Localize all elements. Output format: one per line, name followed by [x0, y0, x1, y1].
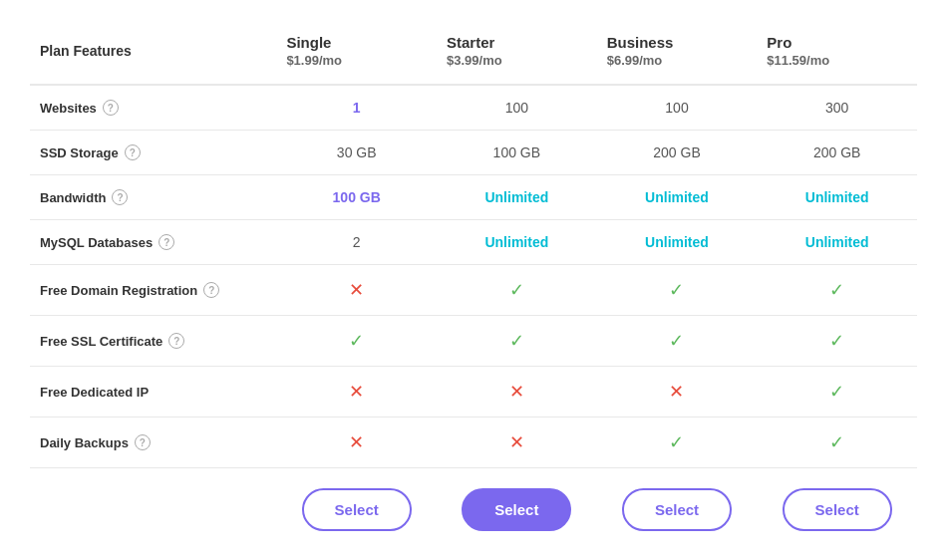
cross-icon: ✕ [286, 431, 427, 453]
feature-value: 2 [286, 234, 427, 250]
feature-label-cell: Bandwidth? [30, 175, 276, 220]
feature-value-cell: Unlimited [757, 175, 917, 220]
feature-value: 200 GB [607, 144, 748, 160]
feature-value-cell: ✕ [437, 418, 597, 468]
feature-label: Bandwidth? [40, 189, 266, 205]
feature-value-cell: Unlimited [437, 175, 597, 220]
feature-value-cell: 300 [757, 85, 917, 131]
select-button-cell: Select [276, 468, 437, 552]
feature-label-cell: Free Domain Registration? [30, 265, 276, 316]
feature-row: Free SSL Certificate?✓✓✓✓ [30, 316, 917, 367]
feature-label: Free Dedicated IP [40, 385, 266, 400]
feature-label-cell: Free SSL Certificate? [30, 316, 276, 367]
feature-value-cell: 100 [437, 85, 597, 131]
feature-label: Free Domain Registration? [40, 282, 266, 298]
feature-value-cell: 2 [276, 220, 437, 265]
check-icon: ✓ [607, 431, 748, 453]
feature-value-cell: ✕ [597, 367, 758, 418]
feature-row: Daily Backups?✕✕✓✓ [30, 418, 917, 468]
help-icon[interactable]: ? [168, 333, 184, 349]
feature-value: Unlimited [447, 189, 587, 205]
help-icon[interactable]: ? [125, 144, 141, 160]
select-button[interactable]: Select [622, 488, 732, 531]
help-icon[interactable]: ? [158, 234, 174, 250]
feature-value: 200 GB [767, 144, 907, 160]
feature-value-cell: Unlimited [597, 220, 758, 265]
feature-value: 100 [447, 100, 587, 116]
feature-label: SSD Storage? [40, 144, 266, 160]
feature-row: Websites?1100100300 [30, 85, 917, 131]
check-icon: ✓ [767, 431, 907, 453]
plan-business-header: Business $6.99/mo [597, 20, 758, 85]
feature-row: Bandwidth?100 GBUnlimitedUnlimitedUnlimi… [30, 175, 917, 220]
cross-icon: ✕ [447, 381, 587, 403]
feature-value-cell: Unlimited [597, 175, 758, 220]
select-button[interactable]: Select [302, 488, 412, 531]
feature-value: Unlimited [767, 189, 907, 205]
feature-value: 100 GB [447, 144, 587, 160]
help-icon[interactable]: ? [203, 282, 219, 298]
feature-value-cell: 100 GB [437, 131, 597, 175]
empty-cell [30, 468, 276, 552]
feature-value-cell: Unlimited [757, 220, 917, 265]
plan-single-header: Single $1.99/mo [276, 20, 437, 85]
feature-value: Unlimited [607, 189, 748, 205]
feature-value: 30 GB [286, 144, 427, 160]
check-icon: ✓ [607, 279, 748, 301]
plan-starter-header: Starter $3.99/mo [437, 20, 597, 85]
feature-value: 100 [607, 100, 748, 116]
plan-pro-header: Pro $11.59/mo [757, 20, 917, 85]
feature-value-cell: ✓ [757, 265, 917, 316]
feature-value: Unlimited [447, 234, 587, 250]
feature-value-cell: ✓ [757, 367, 917, 418]
feature-value-cell: ✓ [597, 418, 758, 468]
feature-label-cell: MySQL Databases? [30, 220, 276, 265]
select-button[interactable]: Select [462, 488, 571, 531]
cross-icon: ✕ [447, 431, 587, 453]
select-button[interactable]: Select [783, 488, 892, 531]
help-icon[interactable]: ? [112, 189, 128, 205]
feature-value: Unlimited [767, 234, 907, 250]
feature-row: SSD Storage?30 GB100 GB200 GB200 GB [30, 131, 917, 175]
cross-icon: ✕ [286, 279, 427, 301]
feature-value-cell: 100 [597, 85, 758, 131]
feature-value: 300 [767, 100, 907, 116]
help-icon[interactable]: ? [103, 100, 119, 116]
feature-value-cell: 200 GB [757, 131, 917, 175]
check-icon: ✓ [447, 330, 587, 352]
check-icon: ✓ [767, 279, 907, 301]
feature-value-cell: 1 [276, 85, 437, 131]
feature-value-cell: 100 GB [276, 175, 437, 220]
select-button-cell: Select [757, 468, 917, 552]
check-icon: ✓ [767, 381, 907, 403]
check-icon: ✓ [286, 330, 427, 352]
feature-value-cell: ✓ [597, 265, 758, 316]
feature-value: Unlimited [607, 234, 748, 250]
feature-value: 100 GB [286, 189, 427, 205]
feature-value-cell: ✓ [757, 316, 917, 367]
feature-value-cell: ✕ [437, 367, 597, 418]
feature-value-cell: 200 GB [597, 131, 758, 175]
help-icon[interactable]: ? [135, 434, 151, 450]
comparison-table: Plan Features Single $1.99/mo Starter $3… [30, 20, 917, 551]
feature-label-cell: SSD Storage? [30, 131, 276, 175]
feature-row: Free Dedicated IP✕✕✕✓ [30, 367, 917, 418]
feature-label: MySQL Databases? [40, 234, 266, 250]
feature-value: 1 [286, 100, 427, 116]
feature-value-cell: ✕ [276, 265, 437, 316]
feature-row: Free Domain Registration?✕✓✓✓ [30, 265, 917, 316]
feature-value-cell: ✓ [757, 418, 917, 468]
check-icon: ✓ [447, 279, 587, 301]
feature-row: MySQL Databases?2UnlimitedUnlimitedUnlim… [30, 220, 917, 265]
feature-value-cell: ✕ [276, 418, 437, 468]
feature-value-cell: Unlimited [437, 220, 597, 265]
feature-label-cell: Free Dedicated IP [30, 367, 276, 418]
feature-label: Daily Backups? [40, 434, 266, 450]
feature-label: Websites? [40, 100, 266, 116]
select-button-cell: Select [437, 468, 597, 552]
select-button-row: SelectSelectSelectSelect [30, 468, 917, 552]
cross-icon: ✕ [286, 381, 427, 403]
feature-value-cell: ✓ [597, 316, 758, 367]
feature-label: Free SSL Certificate? [40, 333, 266, 349]
feature-value-cell: ✓ [437, 265, 597, 316]
